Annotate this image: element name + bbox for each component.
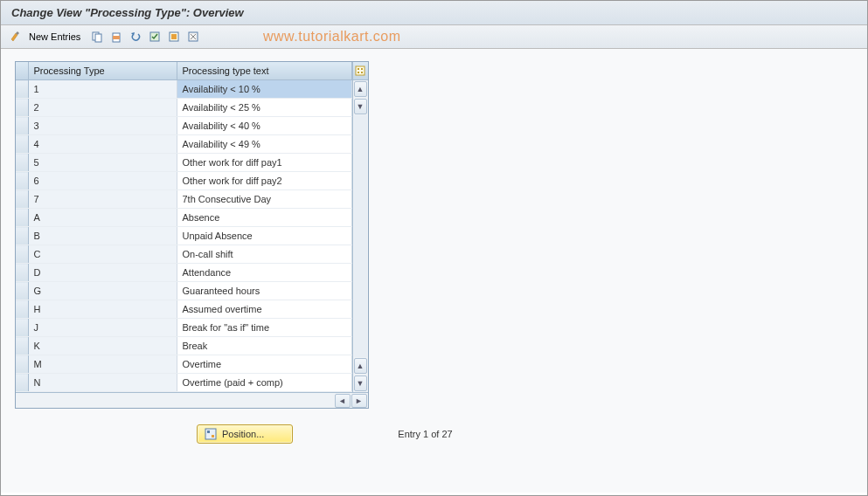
position-icon [205,428,217,440]
processing-type-cell[interactable]: M [28,355,177,374]
processing-text-cell[interactable]: Assumed overtime [177,300,351,319]
processing-type-cell[interactable]: 6 [28,172,177,190]
processing-text-cell[interactable]: Break for "as if" time [177,319,351,337]
scroll-right-icon[interactable]: ► [351,394,367,408]
processing-text-cell[interactable]: Other work for diff pay2 [177,172,351,190]
processing-text-cell[interactable]: Absence [177,209,351,227]
processing-type-cell[interactable]: 3 [28,117,177,135]
processing-type-cell[interactable]: D [28,264,177,282]
svg-rect-10 [356,66,365,75]
processing-text-cell[interactable]: On-call shift [177,245,351,264]
processing-text-cell[interactable]: Availability < 10 % [177,80,351,99]
table-row: 6Other work for diff pay2 [16,172,351,190]
undo-icon[interactable] [128,29,143,45]
scroll-up-icon[interactable]: ▲ [354,81,367,97]
table-row: 1Availability < 10 % [16,80,351,99]
row-selector[interactable] [16,99,28,117]
table-row: JBreak for "as if" time [16,319,351,337]
position-label: Position... [222,429,264,439]
svg-rect-16 [207,431,210,433]
processing-text-cell[interactable]: Availability < 40 % [177,117,351,135]
copy-icon[interactable] [89,29,105,45]
col-header-type[interactable]: Processing Type [28,62,177,80]
new-entries-button[interactable]: New Entries [27,30,86,44]
row-selector[interactable] [16,209,28,227]
processing-text-cell[interactable]: Other work for diff pay1 [177,154,351,172]
select-block-icon[interactable] [166,29,182,45]
row-selector[interactable] [16,264,28,282]
processing-text-cell[interactable]: Availability < 25 % [177,99,351,117]
row-selector[interactable] [16,135,28,154]
svg-rect-1 [95,34,101,42]
scroll-track[interactable] [354,115,367,357]
row-selector[interactable] [16,355,28,374]
table-wrap: Processing Type Processing type text 1Av… [15,61,369,409]
row-selector[interactable] [16,172,28,190]
toggle-icon[interactable] [8,29,24,45]
horizontal-scrollbar: ◄ ► [16,392,368,408]
page-title: Change View "Processing Type": Overview [1,1,867,25]
processing-type-cell[interactable]: C [28,245,177,264]
entry-counter: Entry 1 of 27 [398,429,452,439]
row-selector[interactable] [16,337,28,355]
scroll-left-icon[interactable]: ◄ [335,394,351,408]
position-button[interactable]: Position... [197,424,293,444]
processing-type-cell[interactable]: 2 [28,99,177,117]
table-settings-icon[interactable] [353,62,368,80]
processing-text-cell[interactable]: 7th Consecutive Day [177,190,351,209]
scroll-down-icon[interactable]: ▼ [354,99,367,114]
table-row: KBreak [16,337,351,355]
svg-rect-15 [205,429,216,439]
processing-text-cell[interactable]: Attendance [177,264,351,282]
row-selector[interactable] [16,154,28,172]
col-header-text[interactable]: Processing type text [177,62,351,80]
row-selector[interactable] [16,245,28,264]
svg-rect-6 [171,34,177,39]
processing-type-cell[interactable]: 4 [28,135,177,154]
scroll-up2-icon[interactable]: ▲ [354,358,367,374]
row-selector[interactable] [16,374,28,392]
svg-rect-12 [361,68,363,70]
table-row: AAbsence [16,209,351,227]
row-selector[interactable] [16,190,28,209]
processing-text-cell[interactable]: Availability < 49 % [177,135,351,154]
processing-type-cell[interactable]: B [28,227,177,245]
processing-text-cell[interactable]: Overtime [177,355,351,374]
table-row: HAssumed overtime [16,300,351,319]
scroll-down2-icon[interactable]: ▼ [354,375,367,391]
processing-type-cell[interactable]: G [28,282,177,300]
svg-rect-17 [212,435,214,437]
table-row: 77th Consecutive Day [16,190,351,209]
table-row: 2Availability < 25 % [16,99,351,117]
processing-text-cell[interactable]: Guaranteed hours [177,282,351,300]
table-row: GGuaranteed hours [16,282,351,300]
processing-type-cell[interactable]: 7 [28,190,177,209]
content-area: Processing Type Processing type text 1Av… [1,49,867,493]
row-selector[interactable] [16,300,28,319]
row-selector[interactable] [16,319,28,337]
toolbar: New Entries www.tutorialkart.com [1,25,867,49]
processing-type-cell[interactable]: J [28,319,177,337]
watermark: www.tutorialkart.com [263,29,401,45]
row-selector[interactable] [16,80,28,99]
processing-text-cell[interactable]: Overtime (paid + comp) [177,374,351,392]
processing-type-cell[interactable]: N [28,374,177,392]
select-all-icon[interactable] [147,29,163,45]
row-selector[interactable] [16,227,28,245]
table-row: DAttendance [16,264,351,282]
processing-type-cell[interactable]: H [28,300,177,319]
processing-type-cell[interactable]: 1 [28,80,177,99]
table-row: COn-call shift [16,245,351,264]
deselect-all-icon[interactable] [185,29,201,45]
processing-type-cell[interactable]: K [28,337,177,355]
processing-text-cell[interactable]: Unpaid Absence [177,227,351,245]
delete-icon[interactable] [108,29,124,45]
row-selector[interactable] [16,282,28,300]
processing-text-cell[interactable]: Break [177,337,351,355]
select-all-header[interactable] [16,62,28,80]
row-selector[interactable] [16,117,28,135]
processing-type-cell[interactable]: 5 [28,154,177,172]
processing-type-cell[interactable]: A [28,209,177,227]
svg-rect-13 [358,72,359,73]
processing-type-table: Processing Type Processing type text 1Av… [16,62,352,392]
